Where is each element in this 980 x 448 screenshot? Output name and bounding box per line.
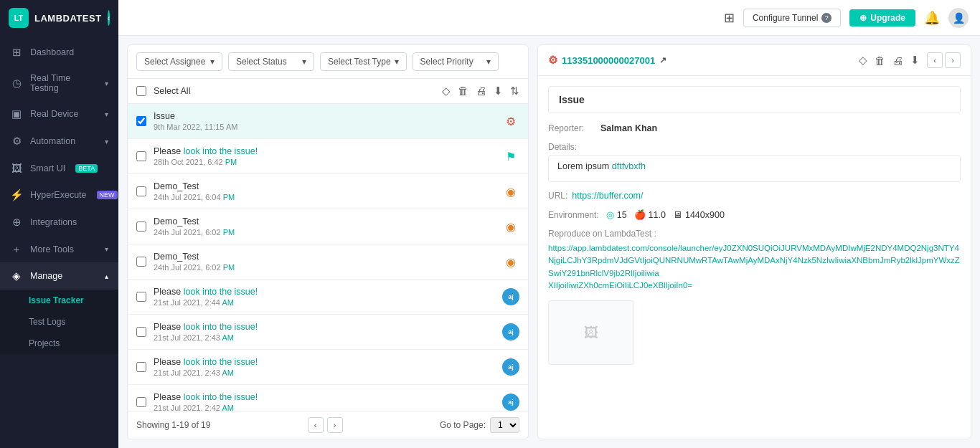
- flag-icon: ⚑: [502, 148, 519, 165]
- list-item[interactable]: Please look into the issue! 21st Jul 202…: [128, 315, 528, 350]
- image-icon: 🖼: [584, 325, 598, 341]
- list-item[interactable]: Please look into the issue! 21st Jul 202…: [128, 350, 528, 385]
- reporter-name: Salman Khan: [600, 123, 657, 133]
- next-issue-button[interactable]: ›: [945, 52, 961, 68]
- sidebar-item-projects[interactable]: Projects: [0, 333, 118, 354]
- list-item[interactable]: Demo_Test 24th Jul 2021, 6:02 PM ◉: [128, 244, 528, 280]
- print-icon[interactable]: 🖨: [892, 54, 903, 67]
- pagination-controls: ‹ ›: [308, 417, 343, 433]
- reproduce-link[interactable]: https://app.lambdatest.com/console/launc…: [548, 244, 960, 290]
- issue-info: Demo_Test 24th Jul 2021, 6:02 PM: [154, 252, 495, 272]
- sidebar-item-label: Automation: [30, 136, 75, 146]
- sidebar-item-test-logs[interactable]: Test Logs: [0, 311, 118, 333]
- next-page-button[interactable]: ›: [327, 417, 343, 433]
- issue-date: 21st Jul 2021, 2:43 AM: [154, 333, 495, 342]
- chevron-down-icon: ▾: [486, 57, 491, 67]
- upgrade-icon: ⊕: [859, 13, 867, 23]
- issues-list-panel: Select Assignee ▾ Select Status ▾ Select…: [127, 44, 529, 439]
- circle-icon: ◉: [502, 253, 519, 270]
- download-icon[interactable]: ⬇: [910, 54, 920, 67]
- sidebar-item-dashboard[interactable]: ⊞ Dashboard: [0, 39, 118, 66]
- integrations-icon: ⊕: [10, 216, 23, 229]
- issue-checkbox[interactable]: [136, 292, 146, 302]
- status-filter-label: Select Status: [236, 57, 287, 67]
- sidebar-item-issue-tracker[interactable]: Issue Tracker: [0, 290, 118, 311]
- assignee-filter[interactable]: Select Assignee ▾: [136, 52, 222, 71]
- logo-icon: LT: [9, 8, 29, 28]
- list-item[interactable]: Issue 9th Mar 2022, 11:15 AM ⚙: [128, 104, 528, 139]
- priority-filter[interactable]: Select Priority ▾: [413, 52, 499, 71]
- list-item[interactable]: Please look into the issue! 21st Jul 202…: [128, 280, 528, 315]
- list-item[interactable]: Demo_Test 24th Jul 2021, 6:02 PM ◉: [128, 209, 528, 244]
- delete-icon[interactable]: 🗑: [875, 54, 885, 67]
- sidebar-item-smartui[interactable]: 🖼 Smart UI BETA: [0, 155, 118, 181]
- issue-detail-panel: ⚙ 113351000000027001 ↗ ◇ 🗑 🖨 ⬇ ‹ ›: [537, 44, 971, 439]
- browser-icon: ◎: [606, 209, 614, 220]
- test-type-filter[interactable]: Select Test Type ▾: [320, 52, 407, 71]
- list-item[interactable]: Please look into the issue! 28th Oct 202…: [128, 139, 528, 174]
- issue-checkbox[interactable]: [136, 186, 146, 196]
- issue-checkbox[interactable]: [136, 116, 146, 126]
- sidebar-item-automation[interactable]: ⚙ Automation ▾: [0, 128, 118, 155]
- sidebar-item-moretools[interactable]: + More Tools ▾: [0, 236, 118, 262]
- url-value[interactable]: https://buffer.com/: [572, 191, 643, 201]
- sidebar-item-hyperexecute[interactable]: ⚡ HyperExecute NEW: [0, 181, 118, 209]
- browser-version: 15: [617, 210, 627, 220]
- issue-checkbox[interactable]: [136, 327, 146, 337]
- status-filter[interactable]: Select Status ▾: [228, 52, 314, 71]
- details-text-prefix: Lorem ipsum: [557, 161, 612, 171]
- print-icon[interactable]: 🖨: [476, 85, 486, 97]
- issue-checkbox[interactable]: [136, 362, 146, 372]
- prev-issue-button[interactable]: ‹: [927, 52, 943, 68]
- hyperexecute-icon: ⚡: [10, 189, 23, 201]
- download-icon[interactable]: ⬇: [494, 85, 503, 97]
- list-item[interactable]: Please look into the issue! 21st Jul 202…: [128, 385, 528, 411]
- list-item[interactable]: Demo_Test 24th Jul 2021, 6:04 PM ◉: [128, 174, 528, 209]
- issue-title: Please look into the issue!: [154, 392, 495, 402]
- issue-checkbox[interactable]: [136, 257, 146, 267]
- sidebar-item-integrations[interactable]: ⊕ Integrations: [0, 209, 118, 236]
- share-icon[interactable]: ◇: [859, 54, 867, 67]
- avatar-icon: aj: [502, 394, 519, 411]
- sidebar-item-label: Dashboard: [30, 47, 74, 57]
- configure-tunnel-button[interactable]: Configure Tunnel ?: [743, 9, 841, 27]
- sidebar-item-realdevice[interactable]: ▣ Real Device ▾: [0, 100, 118, 128]
- sidebar-item-label: Real Device: [30, 109, 78, 119]
- main-area: ⊞ Configure Tunnel ? ⊕ Upgrade 🔔 👤 Selec…: [118, 0, 980, 448]
- sort-icon[interactable]: ⇅: [510, 85, 519, 97]
- page-select[interactable]: 1: [490, 417, 519, 433]
- sidebar-item-realtime[interactable]: ◷ Real Time Testing ▾: [0, 66, 118, 100]
- share-icon[interactable]: ◇: [442, 85, 451, 97]
- reporter-field: Reporter: Salman Khan: [548, 123, 961, 133]
- upgrade-button[interactable]: ⊕ Upgrade: [849, 9, 915, 27]
- gear-red-icon: ⚙: [548, 54, 557, 67]
- avatar-icon: aj: [502, 323, 519, 340]
- grid-icon[interactable]: ⊞: [724, 10, 735, 26]
- issue-info: Please look into the issue! 21st Jul 202…: [154, 357, 495, 377]
- chevron-down-icon: ▾: [105, 80, 108, 87]
- sidebar-collapse-button[interactable]: ‹: [108, 10, 110, 26]
- issue-title: Demo_Test: [154, 216, 495, 227]
- delete-icon[interactable]: 🗑: [458, 85, 468, 97]
- issue-checkbox[interactable]: [136, 151, 146, 161]
- sidebar-logo: LT LAMBDATEST ‹: [0, 0, 118, 36]
- sidebar-item-label: Real Time Testing: [30, 73, 98, 93]
- issue-info: Please look into the issue! 21st Jul 202…: [154, 322, 495, 342]
- sidebar: LT LAMBDATEST ‹ ⊞ Dashboard ◷ Real Time …: [0, 0, 118, 448]
- issue-checkbox[interactable]: [136, 397, 146, 407]
- os-env: 🍎 11.0: [634, 209, 666, 220]
- beta-badge: BETA: [75, 164, 98, 173]
- url-label: URL:: [548, 191, 567, 201]
- goto-page: Go to Page: 1: [440, 417, 519, 433]
- select-all-checkbox[interactable]: [136, 86, 146, 96]
- issue-checkbox[interactable]: [136, 221, 146, 232]
- avatar[interactable]: 👤: [948, 8, 969, 28]
- issue-date: 9th Mar 2022, 11:15 AM: [154, 123, 495, 131]
- chevron-down-icon: ▾: [105, 245, 108, 253]
- prev-page-button[interactable]: ‹: [308, 417, 324, 433]
- issue-info: Issue 9th Mar 2022, 11:15 AM: [154, 111, 495, 131]
- notifications-bell-icon[interactable]: 🔔: [924, 10, 940, 26]
- external-link-icon[interactable]: ↗: [659, 55, 666, 65]
- sidebar-item-manage[interactable]: ◈ Manage ▴: [0, 262, 118, 290]
- configure-tunnel-label: Configure Tunnel: [753, 13, 818, 23]
